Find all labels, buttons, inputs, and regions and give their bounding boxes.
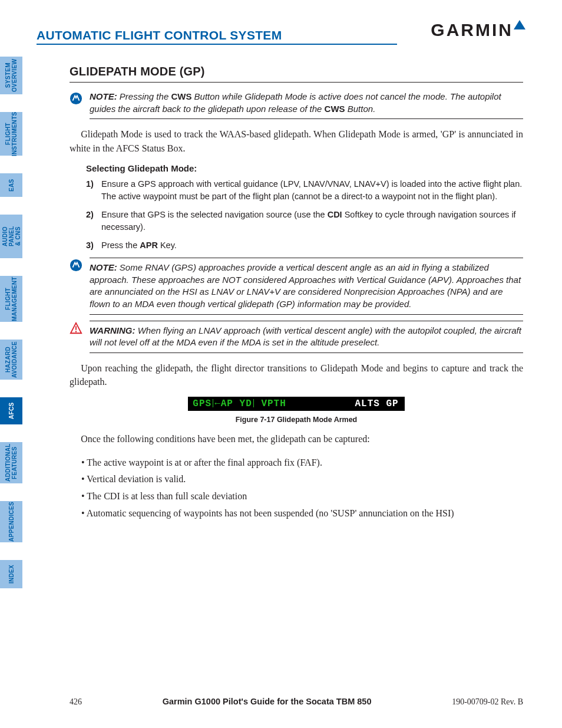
subheading-selecting: Selecting Glidepath Mode:	[86, 163, 523, 173]
tab-flight-instruments[interactable]: FLIGHTINSTRUMENTS	[0, 112, 22, 156]
note-callout-1: NOTE: Pressing the CWS Button while Glid…	[70, 91, 523, 119]
logo-triangle-icon	[514, 20, 525, 29]
warning-lead: WARNING:	[90, 325, 135, 335]
note1-b1: CWS	[171, 91, 191, 101]
note1-b2: CWS	[325, 104, 345, 114]
figure-caption: Figure 7-17 Glidepath Mode Armed	[70, 416, 523, 424]
page-footer: 426 Garmin G1000 Pilot's Guide for the S…	[70, 697, 523, 707]
paragraph-1: Glidepath Mode is used to track the WAAS…	[70, 127, 523, 154]
footer-title: Garmin G1000 Pilot's Guide for the Socat…	[163, 697, 372, 706]
afcs-alts: ALTS	[355, 398, 379, 409]
side-tabs: SYSTEMOVERVIEW FLIGHTINSTRUMENTS EAS AUD…	[0, 57, 29, 606]
afcs-ap: AP	[221, 398, 233, 409]
note-icon	[70, 92, 82, 105]
bullet-2: Vertical deviation is valid.	[81, 471, 523, 488]
tab-additional-features[interactable]: ADDITIONALFEATURES	[0, 442, 22, 483]
bullet-3: The CDI is at less than full scale devia…	[81, 488, 523, 505]
tab-eas[interactable]: EAS	[0, 173, 22, 197]
page-header: AUTOMATIC FLIGHT CONTROL SYSTEM GARMIN	[37, 28, 525, 52]
figure-afcs-box: GPS←AP YD VPTH ALTS GP	[70, 397, 523, 411]
garmin-logo: GARMIN	[431, 20, 525, 40]
section-heading: GLIDEPATH MODE (GP)	[70, 65, 523, 78]
note-icon	[70, 259, 82, 272]
step-list: 1)Ensure a GPS approach with vertical gu…	[86, 178, 523, 252]
note1-t3: Button.	[345, 104, 376, 114]
header-rule	[37, 44, 397, 45]
note1-t1: Pressing the	[117, 91, 171, 101]
bullet-list: The active waypoint is at or after the f…	[81, 454, 523, 522]
bullet-4: Automatic sequencing of waypoints has no…	[81, 505, 523, 522]
logo-text: GARMIN	[431, 20, 513, 40]
tab-system-overview[interactable]: SYSTEMOVERVIEW	[0, 57, 22, 94]
step-1: 1)Ensure a GPS approach with vertical gu…	[86, 178, 523, 203]
paragraph-2: Upon reaching the glidepath, the flight …	[70, 361, 523, 388]
paragraph-3: Once the following conditions have been …	[70, 432, 523, 446]
bullet-1: The active waypoint is at or after the f…	[81, 454, 523, 472]
warning-icon	[70, 322, 82, 335]
tab-afcs[interactable]: AFCS	[0, 397, 22, 424]
afcs-arrow: ←	[214, 398, 221, 409]
note2-text: Some RNAV (GPS) approaches provide a ver…	[90, 262, 521, 309]
footer-rev: 190-00709-02 Rev. B	[452, 697, 523, 707]
tab-appendices[interactable]: APPENDICES	[0, 501, 22, 542]
tab-index[interactable]: INDEX	[0, 560, 22, 588]
note-callout-2: NOTE: Some RNAV (GPS) approaches provide…	[70, 258, 523, 315]
note2-lead: NOTE:	[90, 262, 117, 272]
svg-point-4	[75, 331, 77, 332]
afcs-gps: GPS	[193, 398, 211, 409]
afcs-yd: YD	[240, 398, 252, 409]
note-lead: NOTE:	[90, 91, 117, 101]
warning-callout: WARNING: When flying an LNAV approach (w…	[70, 321, 523, 353]
afcs-gp: GP	[386, 398, 398, 409]
warning-text: When flying an LNAV approach (with verti…	[90, 325, 521, 348]
step-2: 2)Ensure that GPS is the selected naviga…	[86, 209, 523, 233]
afcs-vpth: VPTH	[261, 398, 286, 409]
tab-hazard-avoidance[interactable]: HAZARDAVOIDANCE	[0, 340, 22, 380]
page-content: GLIDEPATH MODE (GP) NOTE: Pressing the C…	[70, 65, 523, 522]
tab-flight-management[interactable]: FLIGHTMANAGEMENT	[0, 276, 22, 322]
tab-audio-panel-cns[interactable]: AUDIO PANEL& CNS	[0, 215, 22, 258]
section-rule	[70, 82, 523, 83]
step-3: 3)Press the APR Key.	[86, 239, 523, 252]
page-number: 426	[70, 697, 82, 707]
